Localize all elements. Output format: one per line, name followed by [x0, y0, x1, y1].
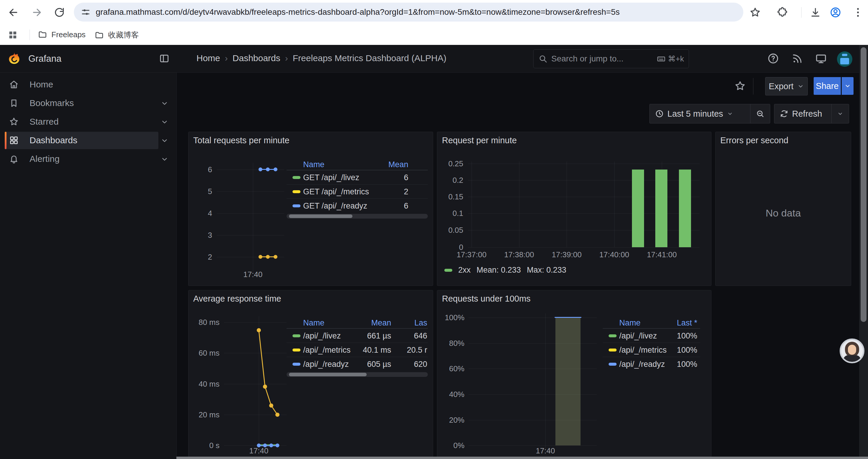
series-name[interactable]: GET /api/_/metrics	[303, 187, 369, 196]
grafana-logo-icon[interactable]	[7, 52, 21, 66]
panel-title[interactable]: Total requests per minute	[193, 136, 289, 145]
url-input[interactable]	[95, 7, 717, 17]
bookmark-star-icon[interactable]	[749, 6, 761, 18]
sidebar-item-bookmarks[interactable]: Bookmarks	[0, 94, 176, 112]
y-tick: 2	[188, 253, 212, 261]
breadcrumb-dashboards[interactable]: Dashboards	[232, 53, 280, 63]
series-name[interactable]: /api/_/metrics	[619, 346, 667, 355]
address-bar[interactable]	[74, 3, 743, 22]
rss-news-icon[interactable]	[792, 53, 803, 64]
legend-row[interactable]: /api/_/livez 100%	[603, 328, 700, 342]
legend-col-last[interactable]: Las	[414, 319, 427, 328]
legend-col-mean[interactable]: Mean	[388, 160, 408, 169]
avatar-pixel-head	[842, 54, 847, 56]
legend-col-last[interactable]: Last *	[677, 319, 697, 328]
legend-col-name[interactable]: Name	[619, 319, 641, 328]
legend-row[interactable]: /api/_/readyz 605 µs 620	[286, 357, 428, 371]
site-settings-icon[interactable]	[80, 7, 91, 18]
scrollbar-thumb[interactable]	[289, 373, 367, 376]
y-tick: 4	[188, 209, 212, 217]
series-name[interactable]: GET /api/_/readyz	[303, 201, 367, 210]
series-name[interactable]: /api/_/readyz	[303, 360, 349, 369]
assistant-avatar-widget[interactable]	[840, 338, 864, 363]
panel-title[interactable]: Errors per second	[720, 136, 788, 145]
extensions-icon[interactable]	[776, 6, 788, 18]
no-data-label: No data	[716, 207, 851, 219]
series-name[interactable]: /api/_/livez	[303, 331, 341, 340]
legend-col-mean[interactable]: Mean	[371, 319, 391, 328]
bookmark-icon	[9, 98, 19, 108]
panel-title[interactable]: Requests under 100ms	[442, 294, 531, 304]
legend-table: Name Mean Las /api/_/livez 661 µs 646 /a…	[286, 316, 428, 371]
series-name[interactable]: /api/_/livez	[619, 331, 657, 340]
kebab-menu-icon[interactable]	[852, 6, 864, 18]
sidebar-toggle-icon[interactable]	[159, 53, 169, 64]
time-range-picker[interactable]: Last 5 minutes	[650, 104, 750, 123]
sidebar-item-dashboards[interactable]: Dashboards	[0, 131, 176, 150]
search-input[interactable]: Search or jump to... ⌘+k	[533, 49, 689, 68]
series-name[interactable]: /api/_/metrics	[303, 346, 351, 355]
bookmark-folder-freeleaps[interactable]: Freeleaps	[38, 30, 86, 39]
legend-row[interactable]: /api/_/readyz 100%	[603, 357, 700, 371]
legend-row[interactable]: GET /api/_/readyz 6	[286, 198, 428, 213]
share-dropdown-button[interactable]	[842, 77, 854, 95]
page-scrollbar[interactable]	[859, 45, 868, 459]
scrollbar-thumb[interactable]	[289, 215, 352, 218]
series-name[interactable]: 2xx	[458, 266, 471, 275]
zoom-out-button[interactable]	[750, 104, 770, 123]
chevron-down-icon[interactable]	[160, 155, 169, 163]
sidebar-item-alerting[interactable]: Alerting	[0, 150, 176, 168]
y-tick: 0%	[437, 441, 464, 449]
legend-row[interactable]: GET /api/_/livez 6	[286, 170, 428, 184]
help-icon[interactable]	[767, 53, 779, 64]
search-placeholder: Search or jump to...	[551, 54, 657, 64]
download-icon[interactable]	[809, 6, 821, 18]
scrollbar-thumb[interactable]	[861, 47, 867, 322]
share-button[interactable]: Share	[814, 77, 841, 95]
user-avatar[interactable]	[837, 52, 852, 67]
sidebar-item-label: Alerting	[30, 154, 60, 164]
back-icon[interactable]	[7, 6, 19, 18]
area-fill	[555, 318, 581, 446]
apps-grid-icon[interactable]	[8, 30, 18, 40]
chevron-down-icon[interactable]	[160, 118, 169, 126]
data-point	[258, 255, 262, 259]
refresh-interval-dropdown[interactable]	[832, 104, 849, 123]
legend-col-name[interactable]: Name	[303, 319, 324, 328]
reload-icon[interactable]	[54, 6, 65, 18]
favorite-star-icon[interactable]	[734, 80, 746, 92]
legend-row[interactable]: /api/_/metrics 100%	[603, 342, 700, 357]
refresh-icon	[780, 109, 788, 118]
chevron-down-icon[interactable]	[160, 99, 169, 107]
bar-2xx	[679, 169, 691, 247]
legend-row[interactable]: /api/_/metrics 40.1 ms 20.5 r	[286, 342, 428, 357]
horizontal-scrollbar[interactable]	[176, 457, 868, 459]
y-tick: 40%	[437, 391, 464, 398]
legend-header: Name Mean	[286, 157, 428, 170]
y-tick: 0.1	[437, 209, 463, 217]
series-name[interactable]: /api/_/readyz	[619, 360, 665, 369]
export-button[interactable]: Export	[765, 77, 808, 95]
legend-scrollbar[interactable]	[286, 372, 428, 377]
profile-icon[interactable]	[830, 6, 841, 18]
panel-total-requests: Total requests per minute 6 5 4 3 2 17:4…	[188, 132, 433, 286]
refresh-button[interactable]: Refresh	[774, 104, 831, 123]
sidebar-item-starred[interactable]: Starred	[0, 112, 176, 131]
panel-title[interactable]: Request per minute	[442, 136, 517, 145]
bookmark-folder-blogs[interactable]: 收藏博客	[95, 30, 139, 40]
gridline	[217, 213, 284, 214]
series-name[interactable]: GET /api/_/livez	[303, 173, 359, 182]
forward-icon[interactable]	[31, 6, 43, 18]
bar-2xx	[632, 169, 644, 247]
legend-scrollbar[interactable]	[286, 214, 428, 219]
search-icon	[538, 54, 548, 64]
legend-row[interactable]: /api/_/livez 661 µs 646	[286, 328, 428, 342]
legend-row[interactable]: GET /api/_/metrics 2	[286, 184, 428, 198]
legend-table: Name Last * /api/_/livez 100% /api/_/met…	[603, 316, 700, 371]
chevron-down-icon[interactable]	[160, 136, 169, 145]
series-mean: 40.1 ms	[363, 346, 391, 355]
sidebar-item-home[interactable]: Home	[0, 75, 176, 94]
breadcrumb-home[interactable]: Home	[196, 53, 220, 63]
legend-col-name[interactable]: Name	[303, 160, 324, 169]
kiosk-monitor-icon[interactable]	[815, 53, 827, 64]
